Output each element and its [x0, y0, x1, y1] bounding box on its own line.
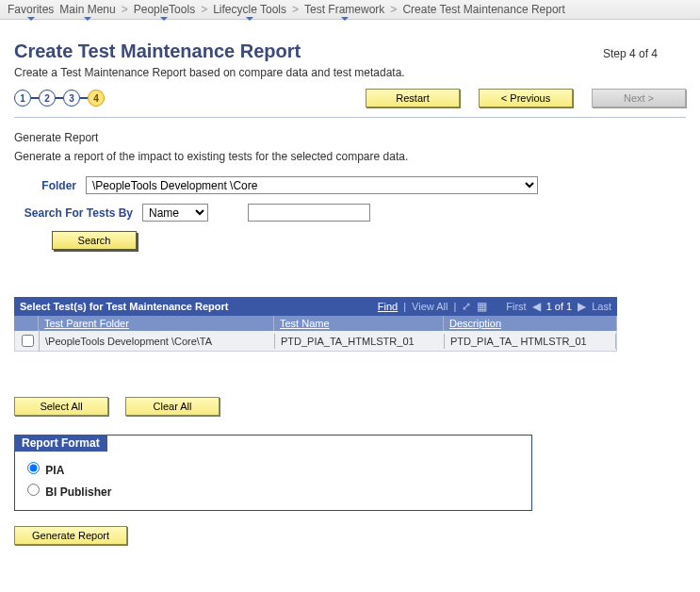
radio-pia[interactable] [27, 462, 40, 474]
breadcrumb-separator: > [292, 3, 299, 16]
table-row: \PeopleTools Development \Core\TA PTD_PI… [14, 331, 617, 352]
breadcrumb-peopletools[interactable]: PeopleTools [134, 3, 195, 16]
breadcrumb-main-menu[interactable]: Main Menu [59, 3, 115, 16]
radio-bi-publisher[interactable] [27, 484, 40, 496]
grid-download-icon[interactable]: ▦ [477, 300, 487, 313]
search-by-label: Search For Tests By [14, 206, 137, 220]
select-all-button[interactable]: Select All [14, 397, 108, 416]
section-description: Generate a report of the impact to exist… [14, 150, 686, 163]
grid-first-link[interactable]: First [506, 301, 526, 312]
radio-pia-label: PIA [45, 464, 64, 477]
grid-zoom-icon[interactable]: ⤢ [462, 300, 471, 313]
cell-test-name: PTD_PIA_TA_HTMLSTR_01 [275, 334, 445, 349]
generate-report-button[interactable]: Generate Report [14, 526, 127, 545]
page-title: Create Test Maintenance Report [14, 41, 301, 62]
divider [14, 117, 686, 118]
cell-parent-folder: \PeopleTools Development \Core\TA [40, 334, 275, 349]
wizard-step-1[interactable]: 1 [14, 90, 31, 107]
grid-viewall-link[interactable]: View All [412, 301, 448, 312]
grid-title: Select Test(s) for Test Maintenance Repo… [20, 301, 228, 312]
breadcrumb-separator: > [390, 3, 397, 16]
grid-find-link[interactable]: Find [378, 301, 398, 312]
col-test-name[interactable]: Test Name [274, 316, 444, 331]
folder-label: Folder [14, 179, 80, 192]
page-subtitle: Create a Test Maintenance Report based o… [14, 66, 686, 79]
results-grid: Select Test(s) for Test Maintenance Repo… [14, 297, 617, 352]
wizard-step-3[interactable]: 3 [63, 90, 80, 107]
breadcrumb-separator: > [122, 3, 128, 16]
breadcrumb-lifecycle-tools[interactable]: Lifecycle Tools [213, 3, 286, 16]
next-button: Next > [592, 89, 686, 107]
report-format-box: Report Format PIA BI Publisher [14, 435, 532, 511]
step-indicator: Step 4 of 4 [603, 47, 658, 60]
section-title: Generate Report [14, 131, 686, 144]
radio-bi-publisher-label: BI Publisher [45, 485, 111, 499]
previous-button[interactable]: < Previous [479, 89, 573, 107]
grid-last-link[interactable]: Last [592, 301, 611, 312]
grid-range: 1 of 1 [546, 301, 573, 312]
grid-prev-icon[interactable]: ◀ [532, 300, 541, 313]
row-checkbox[interactable] [22, 335, 34, 347]
report-format-title: Report Format [14, 435, 107, 452]
folder-select[interactable]: \PeopleTools Development \Core [86, 176, 538, 194]
col-test-parent-folder[interactable]: Test Parent Folder [39, 316, 274, 331]
cell-description: PTD_PIA_TA_ HTMLSTR_01 [445, 334, 616, 349]
search-text-input[interactable] [248, 204, 370, 222]
search-by-select[interactable]: Name [142, 204, 208, 222]
breadcrumb-favorites[interactable]: Favorites [8, 3, 54, 16]
breadcrumb-test-framework[interactable]: Test Framework [304, 3, 384, 16]
search-button[interactable]: Search [52, 231, 137, 250]
breadcrumb-current: Create Test Maintenance Report [402, 3, 565, 16]
breadcrumb: Favorites Main Menu > PeopleTools > Life… [0, 0, 700, 20]
wizard-step-4: 4 [88, 90, 105, 107]
wizard-steps: 1 2 3 4 [14, 90, 105, 107]
clear-all-button[interactable]: Clear All [125, 397, 220, 416]
wizard-step-2[interactable]: 2 [39, 90, 56, 107]
col-description[interactable]: Description [444, 316, 617, 331]
restart-button[interactable]: Restart [366, 89, 460, 107]
breadcrumb-separator: > [201, 3, 207, 16]
grid-next-icon[interactable]: ▶ [578, 300, 586, 313]
